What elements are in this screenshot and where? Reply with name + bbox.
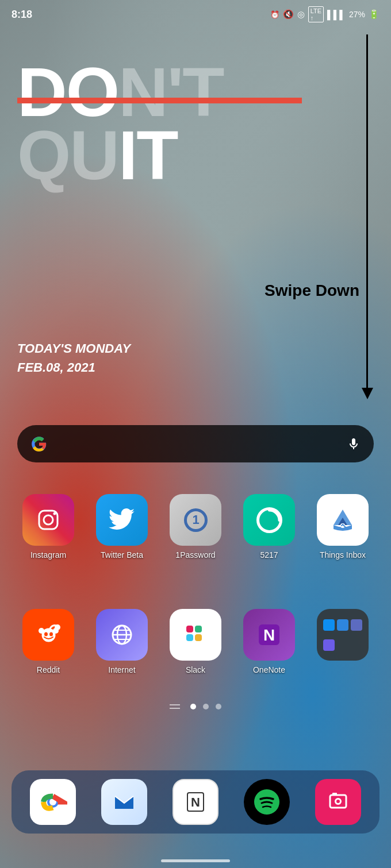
reddit-label: Reddit xyxy=(37,665,60,674)
alarm-icon: ⏰ xyxy=(270,10,279,19)
battery-icon: 🔋 xyxy=(369,9,379,20)
svg-rect-24 xyxy=(195,634,202,641)
wifi-icon: ◎ xyxy=(297,9,305,20)
app-things-inbox[interactable]: Things Inbox xyxy=(311,494,374,560)
svg-point-10 xyxy=(45,633,47,635)
status-bar: 8:18 ⏰ 🔇 ◎ LTE↑ ▌▌▌ 27% 🔋 xyxy=(0,0,391,29)
red-strikethrough-2 xyxy=(17,98,129,103)
onenote-icon: N xyxy=(243,609,295,661)
mic-icon[interactable] xyxy=(345,435,362,453)
text-qu: QU xyxy=(17,121,118,190)
app-twitter[interactable]: Twitter Beta xyxy=(90,494,154,560)
wallpaper-text-container: DO N'T QU IT xyxy=(0,34,391,201)
red-strikethrough-1 xyxy=(129,98,302,103)
dock-screenshot[interactable] xyxy=(315,779,361,825)
reddit-icon xyxy=(22,609,74,661)
page-lines-icon xyxy=(170,704,180,709)
mute-icon: 🔇 xyxy=(283,9,294,20)
svg-rect-23 xyxy=(195,626,202,632)
dock-notion[interactable]: N xyxy=(172,779,218,825)
internet-label: Internet xyxy=(108,665,135,674)
svg-text:N: N xyxy=(191,795,200,809)
twitter-icon xyxy=(96,494,148,546)
page-indicators xyxy=(0,704,391,709)
dock-chrome[interactable] xyxy=(30,779,76,825)
svg-point-14 xyxy=(39,628,44,634)
svg-point-15 xyxy=(53,628,59,634)
chrome-icon xyxy=(30,779,76,825)
app-grid-row1: Instagram Twitter Beta 1 1Password 5217 xyxy=(12,494,379,560)
svg-point-11 xyxy=(50,633,52,635)
svg-point-1 xyxy=(44,515,53,524)
signal-bars: ▌▌▌ xyxy=(327,10,346,20)
spotify-icon xyxy=(244,779,290,825)
date-line2: FEB.08, 2021 xyxy=(17,358,131,377)
twitter-label: Twitter Beta xyxy=(101,550,143,560)
status-time: 8:18 xyxy=(12,9,32,21)
svg-text:N: N xyxy=(263,626,275,644)
svg-text:1: 1 xyxy=(192,512,199,527)
app-onenote[interactable]: N OneNote xyxy=(237,609,301,674)
do-nt-row: DO N'T xyxy=(17,57,374,126)
qu-it-row: QU IT xyxy=(17,121,374,190)
dock-spotify[interactable] xyxy=(244,779,290,825)
screenshot-icon xyxy=(315,779,361,825)
svg-rect-22 xyxy=(186,634,193,641)
svg-point-2 xyxy=(53,512,56,515)
email-icon xyxy=(101,779,147,825)
app-1password[interactable]: 1 1Password xyxy=(164,494,227,560)
svg-point-34 xyxy=(336,800,340,803)
things-inbox-label: Things Inbox xyxy=(320,550,366,560)
google-search-bar[interactable] xyxy=(17,425,374,462)
dont-text-container: DO N'T QU IT xyxy=(17,57,374,190)
things-inbox-icon xyxy=(317,494,369,546)
internet-icon xyxy=(96,609,148,661)
notion-icon: N xyxy=(172,779,218,825)
text-it: IT xyxy=(118,121,178,190)
dock-email[interactable] xyxy=(101,779,147,825)
svg-rect-35 xyxy=(332,793,337,796)
5217-label: 5217 xyxy=(260,550,278,560)
onenote-label: OneNote xyxy=(253,665,285,674)
slack-icon xyxy=(170,609,221,661)
instagram-icon xyxy=(22,494,74,546)
date-text: TODAY'S MONDAY FEB.08, 2021 xyxy=(17,339,131,377)
text-nt: N'T xyxy=(118,57,224,126)
swipe-down-container xyxy=(366,34,368,391)
lte-indicator: LTE↑ xyxy=(308,6,324,22)
page-dot-3 xyxy=(216,704,221,709)
app-folder[interactable] xyxy=(311,609,374,674)
app-grid-row2: Reddit Internet Slack xyxy=(12,609,379,674)
page-dot-1-active xyxy=(190,704,196,709)
google-logo xyxy=(29,434,49,454)
date-line1: TODAY'S MONDAY xyxy=(17,339,131,358)
swipe-down-label: Swipe Down xyxy=(264,281,359,300)
5217-icon xyxy=(243,494,295,546)
page-dot-2 xyxy=(203,704,209,709)
app-internet[interactable]: Internet xyxy=(90,609,154,674)
app-5217[interactable]: 5217 xyxy=(237,494,301,560)
1password-label: 1Password xyxy=(175,550,215,560)
app-reddit[interactable]: Reddit xyxy=(17,609,80,674)
app-slack[interactable]: Slack xyxy=(164,609,227,674)
home-indicator[interactable] xyxy=(161,859,230,862)
dock: N xyxy=(12,770,379,834)
slack-label: Slack xyxy=(186,665,205,674)
battery-percentage: 27% xyxy=(349,10,365,19)
instagram-label: Instagram xyxy=(30,550,66,560)
folder-icon xyxy=(317,609,369,661)
1password-icon: 1 xyxy=(170,494,221,546)
app-instagram[interactable]: Instagram xyxy=(17,494,80,560)
status-icons: ⏰ 🔇 ◎ LTE↑ ▌▌▌ 27% 🔋 xyxy=(270,6,379,22)
text-do: DO xyxy=(17,57,118,126)
svg-rect-21 xyxy=(186,626,193,632)
swipe-arrow-line xyxy=(366,34,368,391)
